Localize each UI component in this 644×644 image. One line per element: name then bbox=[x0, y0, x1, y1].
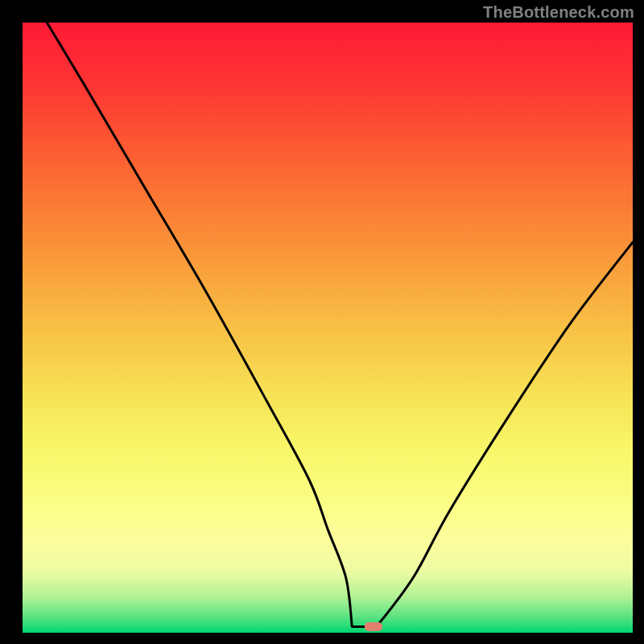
watermark-text: TheBottleneck.com bbox=[483, 3, 634, 22]
optimum-marker bbox=[365, 622, 382, 631]
bottleneck-chart bbox=[0, 0, 644, 644]
plot-area bbox=[23, 23, 633, 633]
chart-container: TheBottleneck.com bbox=[0, 0, 644, 644]
